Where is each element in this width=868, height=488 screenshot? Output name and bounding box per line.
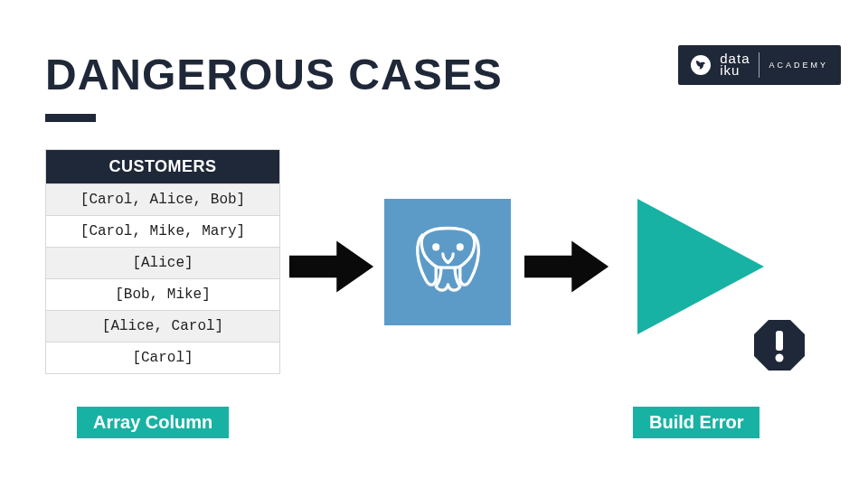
brand-badge: data iku ACADEMY xyxy=(678,45,841,85)
svg-point-1 xyxy=(458,245,462,249)
table-header: CUSTOMERS xyxy=(46,150,279,183)
table-row: [Carol, Alice, Bob] xyxy=(46,183,279,215)
array-column-label: Array Column xyxy=(77,407,229,438)
customers-table: CUSTOMERS [Carol, Alice, Bob] [Carol, Mi… xyxy=(45,149,280,374)
brand-line-2: iku xyxy=(720,65,750,77)
postgresql-icon xyxy=(384,199,511,325)
build-error-label: Build Error xyxy=(633,407,760,438)
table-row: [Carol, Mike, Mary] xyxy=(46,215,279,247)
right-arrow-icon xyxy=(524,235,610,302)
bird-icon xyxy=(691,55,711,75)
brand-sub: ACADEMY xyxy=(769,61,828,70)
table-row: [Alice] xyxy=(46,247,279,278)
table-row: [Bob, Mike] xyxy=(46,278,279,310)
slide: data iku ACADEMY DANGEROUS CASES CUSTOME… xyxy=(0,0,868,488)
warning-octagon-icon xyxy=(750,316,808,374)
slide-title: DANGEROUS CASES xyxy=(45,50,503,99)
svg-rect-3 xyxy=(776,331,783,351)
table-row: [Alice, Carol] xyxy=(46,310,279,342)
svg-point-4 xyxy=(776,354,784,362)
svg-point-0 xyxy=(433,245,438,249)
brand-name: data iku xyxy=(720,53,750,77)
divider xyxy=(759,52,760,78)
title-underline xyxy=(45,114,96,122)
right-arrow-icon xyxy=(289,235,375,302)
table-row: [Carol] xyxy=(46,342,279,373)
